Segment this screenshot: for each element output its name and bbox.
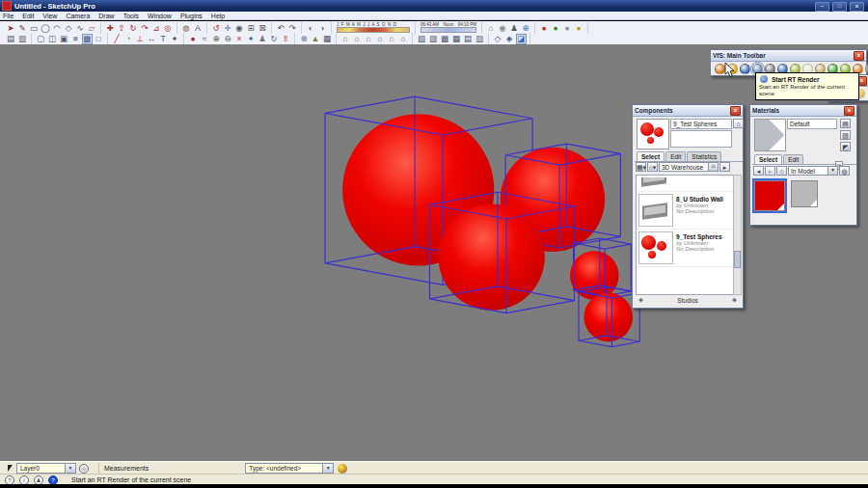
previous-view-icon[interactable]: ▤ xyxy=(6,34,16,44)
axes-tool-icon[interactable]: ⊥ xyxy=(135,34,146,44)
dimension-tool-icon[interactable]: ↔ xyxy=(147,34,157,44)
component-name-field[interactable]: 9_Test Spheres xyxy=(670,119,732,129)
shadow-time-slider[interactable]: 06:43 AMNoon04:10 PM xyxy=(420,23,476,33)
plugin-orb-red-icon[interactable]: ● xyxy=(539,23,550,34)
menu-camera[interactable]: Camera xyxy=(66,13,90,19)
wireframe-style-icon[interactable]: ◫ xyxy=(47,34,58,44)
zoom-window-icon[interactable]: ⊞ xyxy=(246,23,257,34)
material-gray-swatch[interactable] xyxy=(791,180,818,207)
create-material-icon[interactable]: ▨ xyxy=(840,130,851,140)
line-tool-icon[interactable]: ✎ xyxy=(17,23,28,34)
walk-shoes-icon[interactable]: ‼ xyxy=(281,34,291,44)
menu-file[interactable]: File xyxy=(3,13,14,19)
next-view-icon[interactable]: ▥ xyxy=(17,34,28,44)
move-tool-icon[interactable]: ✚ xyxy=(105,23,116,34)
help-status-icon[interactable]: ? xyxy=(48,475,58,485)
geolocation-status-icon[interactable]: ? xyxy=(5,475,14,485)
materials-scope-dropdown[interactable]: In Model ▼ xyxy=(788,166,838,176)
default-material-swatch-icon[interactable]: ◩ xyxy=(840,142,851,151)
footer-next-icon[interactable]: ◈ xyxy=(732,296,737,304)
polygon-tool-icon[interactable]: ◇ xyxy=(64,23,74,34)
walk-tool-icon[interactable]: ♟ xyxy=(509,23,520,34)
layer-dropdown[interactable]: Layer0 ▼ xyxy=(16,463,76,474)
menu-view[interactable]: View xyxy=(42,13,57,19)
menu-window[interactable]: Window xyxy=(148,13,172,19)
menu-help[interactable]: Help xyxy=(211,13,225,19)
materials-tab-edit[interactable]: Edit xyxy=(783,154,803,164)
zoom-out-icon[interactable]: ⊖ xyxy=(223,34,233,44)
zoom-tool-icon[interactable]: ◉ xyxy=(234,23,245,34)
material-name-field[interactable]: Default xyxy=(787,119,837,129)
shadow-date-slider[interactable]: J F M A M J J A S O N D xyxy=(337,23,410,33)
list-item-cropped[interactable] xyxy=(637,176,733,192)
footer-prev-icon[interactable]: ◈ xyxy=(638,296,643,304)
materials-titlebar[interactable]: Materials x xyxy=(750,105,856,117)
plugin-orb-gray-icon[interactable]: ● xyxy=(562,23,573,34)
shadow-cube-3-icon[interactable]: ▩ xyxy=(440,34,450,44)
menu-plugins[interactable]: Plugins xyxy=(180,13,203,19)
tape-measure-icon[interactable]: ╱ xyxy=(112,34,122,44)
geo-location-icon[interactable]: ⊗ xyxy=(299,34,310,44)
select-tool-icon[interactable]: ➤ xyxy=(6,23,16,34)
details-arrow-icon[interactable]: ▸ xyxy=(719,162,730,172)
protractor-icon[interactable]: ◔ xyxy=(123,34,134,44)
red-sphere-4[interactable] xyxy=(570,251,619,300)
rotate-tool-icon[interactable]: ↻ xyxy=(128,23,139,34)
shadow-dialog-icon[interactable]: ◐ xyxy=(306,23,316,34)
globe-geolocation-icon[interactable]: ⊕ xyxy=(521,23,531,34)
components-titlebar[interactable]: Components x xyxy=(633,105,743,117)
follow-me-tool-icon[interactable]: ↷ xyxy=(140,23,150,34)
blue-tool-icon[interactable]: ✦ xyxy=(246,34,257,44)
pan-tool-icon[interactable]: ✛ xyxy=(223,23,233,34)
freehand-tool-icon[interactable]: ∿ xyxy=(75,23,86,34)
components-tab-edit[interactable]: Edit xyxy=(665,151,686,161)
view-back-icon[interactable]: ⌂ xyxy=(387,34,397,44)
components-tab-statistics[interactable]: Statistics xyxy=(687,151,721,161)
shadow-cube-4-icon[interactable]: ▦ xyxy=(451,34,462,44)
view-front-icon[interactable]: ⌂ xyxy=(364,34,374,44)
orbit-tool-icon[interactable]: ↺ xyxy=(211,23,222,34)
components-search-combo[interactable]: 3D Warehouse ⊙ xyxy=(659,162,719,172)
components-scrollbar[interactable] xyxy=(733,175,742,295)
signin-status-icon[interactable]: ♟ xyxy=(34,475,43,485)
undo-view-icon[interactable]: ↶ xyxy=(276,23,286,34)
component-description-field[interactable] xyxy=(670,130,732,148)
zoom-selection-icon[interactable]: × xyxy=(234,34,245,44)
shadow-cube-1-icon[interactable]: ▧ xyxy=(417,34,427,44)
view-iso-icon[interactable]: ⌂ xyxy=(340,34,351,44)
arc-tool-icon[interactable]: ◠ xyxy=(52,23,63,34)
menu-draw[interactable]: Draw xyxy=(98,13,114,19)
secondary-pane-icon[interactable]: ▤ xyxy=(840,119,851,128)
materials-close-icon[interactable]: x xyxy=(844,106,854,116)
menu-edit[interactable]: Edit xyxy=(22,13,34,19)
red-sphere-5[interactable] xyxy=(583,293,633,342)
search-magnifier-icon[interactable]: ⊙ xyxy=(708,163,718,171)
dynamic-components-icon[interactable] xyxy=(338,464,347,474)
terrain-toggle-icon[interactable]: ▲ xyxy=(311,34,321,44)
section-plane-icon[interactable]: ◇ xyxy=(493,34,503,44)
shadow-cube-6-icon[interactable]: ▥ xyxy=(475,34,485,44)
view-right-icon[interactable]: ⌂ xyxy=(375,34,386,44)
zoom-extents-icon[interactable]: ⊠ xyxy=(258,23,268,34)
shaded-textures-style-icon[interactable]: ▩ xyxy=(82,34,93,44)
material-red-swatch[interactable] xyxy=(754,180,785,211)
component-list-item[interactable]: 8_U Studio Wallby UnknownNo Description xyxy=(637,192,733,230)
offset-tool-icon[interactable]: ◎ xyxy=(163,23,174,34)
hidden-line-style-icon[interactable]: ▣ xyxy=(59,34,69,44)
eraser-tool-icon[interactable]: ▱ xyxy=(87,23,97,34)
redo-view-icon[interactable]: ↷ xyxy=(287,23,298,34)
home-navigation-icon[interactable]: ⌂▾ xyxy=(647,162,658,172)
position-camera-icon[interactable]: ⌂ xyxy=(486,23,497,34)
components-tab-select[interactable]: Select xyxy=(637,151,665,161)
materials-tab-select[interactable]: Select xyxy=(754,154,782,164)
paint-bucket-icon[interactable]: ◍ xyxy=(181,23,192,34)
component-in-model-icon[interactable]: ⌂ xyxy=(733,119,744,128)
view-options-icon[interactable]: ▦▾ xyxy=(636,162,646,172)
forward-arrow-icon[interactable]: ▸ xyxy=(765,166,775,176)
shadow-cube-2-icon[interactable]: ▨ xyxy=(428,34,439,44)
minimize-button[interactable]: – xyxy=(815,2,829,12)
view-left-icon[interactable]: ⌂ xyxy=(398,34,409,44)
materials-home-icon[interactable]: ⌂ xyxy=(776,166,787,176)
rotate-pair-icon[interactable]: ↻ xyxy=(269,34,280,44)
text-annotation-icon[interactable]: T xyxy=(158,34,169,44)
